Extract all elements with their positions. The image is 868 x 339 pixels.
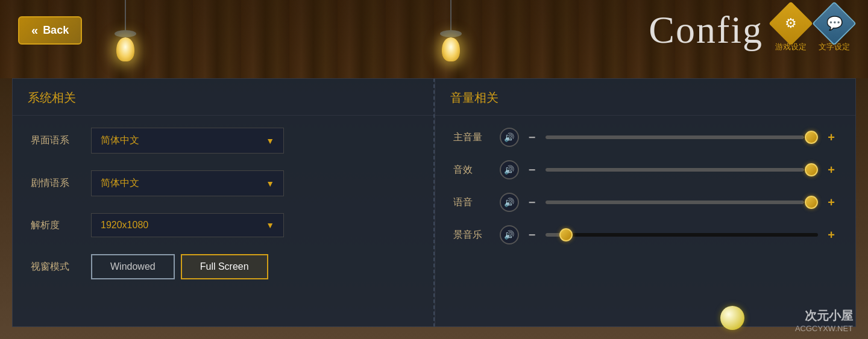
master-volume-row: 主音量 🔊 − + (453, 128, 838, 147)
bgm-volume-label: 景音乐 (453, 229, 492, 241)
title-area: Config ⚙ 游戏设定 💬 文字设定 (649, 8, 850, 52)
bgm-volume-slider[interactable] (546, 233, 819, 237)
bgm-volume-minus-button[interactable]: − (526, 228, 538, 242)
story-language-control: 简体中文 ▼ (91, 170, 415, 196)
story-language-label: 剧情语系 (31, 177, 91, 190)
system-panel-content: 界面语系 简体中文 ▼ 剧情语系 简体中文 ▼ (13, 116, 433, 308)
voice-volume-row: 语音 🔊 − + (453, 193, 838, 212)
resolution-dropdown[interactable]: 1920x1080 ▼ (91, 213, 284, 237)
system-panel-title: 系统相关 (13, 79, 433, 116)
window-mode-control: Windowed Full Screen (91, 254, 415, 279)
window-mode-row: 视窗模式 Windowed Full Screen (31, 254, 415, 279)
resolution-label: 解析度 (31, 219, 91, 232)
system-panel: 系统相关 界面语系 简体中文 ▼ 剧情语系 简体中文 ▼ (12, 78, 435, 327)
fullscreen-button[interactable]: Full Screen (181, 254, 268, 279)
bgm-volume-plus-button[interactable]: + (825, 228, 837, 242)
bgm-volume-mute-button[interactable]: 🔊 (500, 225, 519, 244)
ui-language-value: 简体中文 (101, 134, 139, 147)
speaker-icon-3: 🔊 (504, 197, 514, 207)
sfx-volume-label: 音效 (453, 164, 492, 176)
ui-language-row: 界面语系 简体中文 ▼ (31, 128, 415, 154)
speaker-icon: 🔊 (504, 132, 514, 142)
volume-panel: 音量相关 主音量 🔊 − + 音效 🔊 (435, 78, 857, 327)
volume-panel-title: 音量相关 (435, 79, 856, 116)
gear-icon-diamond: ⚙ (769, 1, 813, 46)
gear-icon: ⚙ (785, 16, 797, 31)
ui-language-control: 简体中文 ▼ (91, 128, 415, 154)
resolution-control: 1920x1080 ▼ (91, 213, 415, 237)
sfx-volume-row: 音效 🔊 − + (453, 160, 838, 179)
chat-icon-diamond: 💬 (812, 1, 857, 46)
master-volume-label: 主音量 (453, 131, 492, 144)
chevron-down-icon-2: ▼ (266, 179, 274, 188)
back-arrows-icon: « (31, 23, 38, 37)
story-language-row: 剧情语系 简体中文 ▼ (31, 170, 415, 196)
main-content: 系统相关 界面语系 简体中文 ▼ 剧情语系 简体中文 ▼ (12, 78, 856, 327)
bgm-volume-row: 景音乐 🔊 − + (453, 225, 838, 244)
master-volume-plus-button[interactable]: + (825, 131, 837, 145)
sfx-volume-minus-button[interactable]: − (526, 163, 538, 177)
story-language-dropdown[interactable]: 简体中文 ▼ (91, 170, 284, 196)
text-settings-button[interactable]: 💬 文字设定 (819, 8, 850, 52)
ui-language-label: 界面语系 (31, 134, 91, 147)
speaker-icon-2: 🔊 (504, 165, 514, 175)
resolution-row: 解析度 1920x1080 ▼ (31, 213, 415, 237)
master-volume-mute-button[interactable]: 🔊 (500, 128, 519, 147)
resolution-value: 1920x1080 (101, 220, 148, 231)
master-volume-slider[interactable] (546, 135, 819, 139)
moon-decoration (720, 306, 750, 336)
voice-volume-minus-button[interactable]: − (526, 196, 538, 210)
story-language-value: 简体中文 (101, 177, 139, 190)
sfx-volume-plus-button[interactable]: + (825, 163, 837, 177)
speaker-icon-4: 🔊 (504, 230, 514, 240)
volume-panel-content: 主音量 🔊 − + 音效 🔊 − (435, 116, 856, 270)
chat-icon: 💬 (826, 16, 843, 31)
master-volume-minus-button[interactable]: − (526, 131, 538, 145)
chevron-down-icon-3: ▼ (266, 220, 274, 230)
voice-volume-slider[interactable] (546, 201, 819, 204)
sfx-volume-slider[interactable] (546, 168, 819, 172)
voice-volume-label: 语音 (453, 196, 492, 209)
window-mode-label: 视窗模式 (31, 261, 91, 273)
voice-volume-mute-button[interactable]: 🔊 (500, 193, 519, 212)
watermark-url: ACGCYXW.NET (795, 324, 853, 333)
chevron-down-icon: ▼ (266, 136, 274, 146)
top-bar: « Back Config ⚙ 游戏设定 💬 文字设定 (0, 0, 868, 60)
game-settings-button[interactable]: ⚙ 游戏设定 (775, 8, 807, 52)
sfx-volume-mute-button[interactable]: 🔊 (500, 160, 519, 179)
watermark: 次元小屋 ACGCYXW.NET (795, 308, 853, 333)
back-label: Back (43, 24, 69, 37)
back-button[interactable]: « Back (18, 16, 82, 45)
page-title: Config (649, 8, 763, 52)
voice-volume-plus-button[interactable]: + (825, 196, 837, 210)
ui-language-dropdown[interactable]: 简体中文 ▼ (91, 128, 284, 154)
watermark-brand: 次元小屋 (795, 308, 853, 324)
windowed-button[interactable]: Windowed (91, 254, 175, 279)
